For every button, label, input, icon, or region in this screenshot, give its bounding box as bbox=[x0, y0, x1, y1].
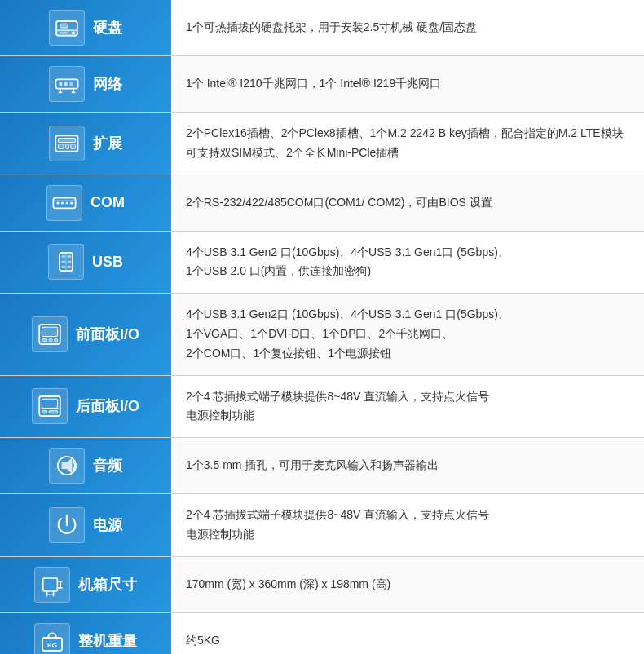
svg-rect-33 bbox=[42, 327, 57, 336]
svg-text:KG: KG bbox=[47, 642, 57, 649]
spec-label-hard-disk: 硬盘 bbox=[0, 0, 171, 55]
svg-rect-40 bbox=[42, 411, 46, 413]
spec-value-com: 2个RS-232/422/485COM口(COM1/ COM2)，可由BIOS … bbox=[171, 175, 644, 231]
spec-label-expansion: 扩展 bbox=[0, 113, 171, 175]
svg-rect-44 bbox=[43, 578, 58, 591]
audio-label: 音频 bbox=[93, 456, 122, 475]
svg-marker-43 bbox=[62, 458, 73, 474]
svg-rect-17 bbox=[71, 144, 76, 149]
rear-io-label: 后面板I/O bbox=[76, 396, 139, 416]
svg-rect-14 bbox=[59, 138, 76, 142]
rear-io-icon bbox=[32, 388, 68, 424]
spec-label-rear-io: 后面板I/O bbox=[0, 376, 171, 438]
spec-label-com: COM bbox=[0, 175, 171, 231]
svg-rect-29 bbox=[68, 261, 72, 263]
spec-table: 硬盘1个可热插拔的硬盘托架，用于安装2.5寸机械 硬盘/固态盘 网络1个 Int… bbox=[0, 0, 644, 654]
spec-value-text-dimensions: 170mm (宽) x 360mm (深) x 198mm (高) bbox=[186, 575, 390, 594]
spec-label-audio: 音频 bbox=[0, 438, 171, 493]
spec-label-front-io: 前面板I/O bbox=[0, 294, 171, 374]
com-label: COM bbox=[90, 194, 125, 211]
spec-row-dimensions: 机箱尺寸170mm (宽) x 360mm (深) x 198mm (高) bbox=[0, 557, 644, 613]
svg-rect-8 bbox=[69, 82, 73, 86]
svg-rect-28 bbox=[61, 261, 65, 263]
dimensions-label: 机箱尺寸 bbox=[78, 575, 137, 594]
spec-label-dimensions: 机箱尺寸 bbox=[0, 557, 171, 612]
spec-row-usb: USB4个USB 3.1 Gen2 口(10Gbps)、4个USB 3.1 Ge… bbox=[0, 232, 644, 294]
spec-label-weight: KG 整机重量 bbox=[0, 613, 171, 654]
front-io-label: 前面板I/O bbox=[76, 325, 139, 344]
spec-row-com: COM2个RS-232/422/485COM口(COM1/ COM2)，可由BI… bbox=[0, 175, 644, 232]
spec-value-front-io: 4个USB 3.1 Gen2口 (10Gbps)、4个USB 3.1 Gen1 … bbox=[171, 294, 644, 374]
svg-rect-41 bbox=[49, 411, 57, 413]
com-icon bbox=[46, 185, 82, 221]
svg-rect-27 bbox=[68, 255, 72, 258]
spec-row-hard-disk: 硬盘1个可热插拔的硬盘托架，用于安装2.5寸机械 硬盘/固态盘 bbox=[0, 0, 644, 56]
spec-value-network: 1个 Intel® I210千兆网口，1个 Intel® I219千兆网口 bbox=[171, 56, 644, 112]
usb-icon bbox=[48, 244, 84, 280]
svg-rect-38 bbox=[42, 400, 57, 409]
audio-icon bbox=[49, 448, 85, 484]
expansion-icon bbox=[49, 126, 85, 161]
power-label: 电源 bbox=[93, 515, 122, 535]
spec-row-power: 电源2个4 芯插拔式端子模块提供8~48V 直流输入，支持点火信号 电源控制功能 bbox=[0, 494, 644, 557]
hard-disk-icon bbox=[49, 10, 85, 46]
spec-label-network: 网络 bbox=[0, 56, 171, 112]
expansion-label: 扩展 bbox=[93, 134, 122, 153]
spec-row-audio: 音频1个3.5 mm 插孔，可用于麦克风输入和扬声器输出 bbox=[0, 438, 644, 494]
weight-icon: KG bbox=[34, 623, 70, 654]
spec-row-front-io: 前面板I/O4个USB 3.1 Gen2口 (10Gbps)、4个USB 3.1… bbox=[0, 294, 644, 375]
svg-point-21 bbox=[66, 201, 68, 204]
dimensions-icon bbox=[34, 567, 70, 603]
spec-label-power: 电源 bbox=[0, 494, 171, 556]
spec-value-text-rear-io: 2个4 芯插拔式端子模块提供8~48V 直流输入，支持点火信号 电源控制功能 bbox=[186, 387, 489, 426]
spec-value-text-weight: 约5KG bbox=[186, 631, 220, 651]
svg-point-2 bbox=[72, 31, 75, 34]
spec-label-usb: USB bbox=[0, 232, 171, 294]
weight-label: 整机重量 bbox=[78, 631, 137, 651]
spec-value-text-hard-disk: 1个可热插拔的硬盘托架，用于安装2.5寸机械 硬盘/固态盘 bbox=[186, 18, 477, 38]
svg-rect-15 bbox=[59, 144, 64, 149]
spec-row-weight: KG 整机重量约5KG bbox=[0, 613, 644, 654]
spec-row-expansion: 扩展2个PClex16插槽、2个PClex8插槽、1个M.2 2242 B ke… bbox=[0, 113, 644, 175]
svg-point-22 bbox=[70, 201, 73, 204]
spec-value-power: 2个4 芯插拔式端子模块提供8~48V 直流输入，支持点火信号 电源控制功能 bbox=[171, 494, 644, 556]
svg-point-20 bbox=[61, 201, 64, 204]
svg-rect-35 bbox=[49, 338, 52, 341]
spec-value-hard-disk: 1个可热插拔的硬盘托架，用于安装2.5寸机械 硬盘/固态盘 bbox=[171, 0, 644, 55]
svg-rect-26 bbox=[61, 255, 65, 258]
spec-row-network: 网络1个 Intel® I210千兆网口，1个 Intel® I219千兆网口 bbox=[0, 56, 644, 113]
power-icon bbox=[49, 507, 85, 543]
usb-label: USB bbox=[92, 254, 123, 271]
svg-rect-4 bbox=[60, 24, 68, 28]
svg-rect-34 bbox=[42, 338, 46, 341]
spec-value-dimensions: 170mm (宽) x 360mm (深) x 198mm (高) bbox=[171, 557, 644, 612]
spec-value-text-expansion: 2个PClex16插槽、2个PClex8插槽、1个M.2 2242 B key插… bbox=[186, 124, 629, 163]
hard-disk-label: 硬盘 bbox=[93, 18, 122, 38]
network-icon bbox=[49, 66, 85, 102]
spec-value-text-power: 2个4 芯插拔式端子模块提供8~48V 直流输入，支持点火信号 电源控制功能 bbox=[186, 506, 489, 545]
svg-rect-30 bbox=[61, 266, 65, 268]
svg-rect-16 bbox=[65, 144, 68, 149]
svg-rect-6 bbox=[59, 82, 62, 86]
network-label: 网络 bbox=[93, 74, 122, 94]
spec-value-text-network: 1个 Intel® I210千兆网口，1个 Intel® I219千兆网口 bbox=[186, 74, 441, 94]
front-io-icon bbox=[32, 316, 68, 352]
svg-rect-7 bbox=[64, 82, 68, 86]
svg-rect-36 bbox=[55, 338, 58, 341]
spec-value-text-usb: 4个USB 3.1 Gen2 口(10Gbps)、4个USB 3.1 Gen1口… bbox=[186, 243, 509, 282]
spec-value-weight: 约5KG bbox=[171, 613, 644, 654]
spec-row-rear-io: 后面板I/O2个4 芯插拔式端子模块提供8~48V 直流输入，支持点火信号 电源… bbox=[0, 376, 644, 439]
spec-value-audio: 1个3.5 mm 插孔，可用于麦克风输入和扬声器输出 bbox=[171, 438, 644, 493]
spec-value-expansion: 2个PClex16插槽、2个PClex8插槽、1个M.2 2242 B key插… bbox=[171, 113, 644, 175]
spec-value-text-front-io: 4个USB 3.1 Gen2口 (10Gbps)、4个USB 3.1 Gen1 … bbox=[186, 305, 509, 363]
spec-value-text-audio: 1个3.5 mm 插孔，可用于麦克风输入和扬声器输出 bbox=[186, 456, 439, 475]
spec-value-rear-io: 2个4 芯插拔式端子模块提供8~48V 直流输入，支持点火信号 电源控制功能 bbox=[171, 376, 644, 438]
spec-value-usb: 4个USB 3.1 Gen2 口(10Gbps)、4个USB 3.1 Gen1口… bbox=[171, 232, 644, 294]
spec-value-text-com: 2个RS-232/422/485COM口(COM1/ COM2)，可由BIOS … bbox=[186, 193, 492, 213]
svg-rect-31 bbox=[68, 266, 72, 268]
svg-point-19 bbox=[56, 201, 59, 204]
